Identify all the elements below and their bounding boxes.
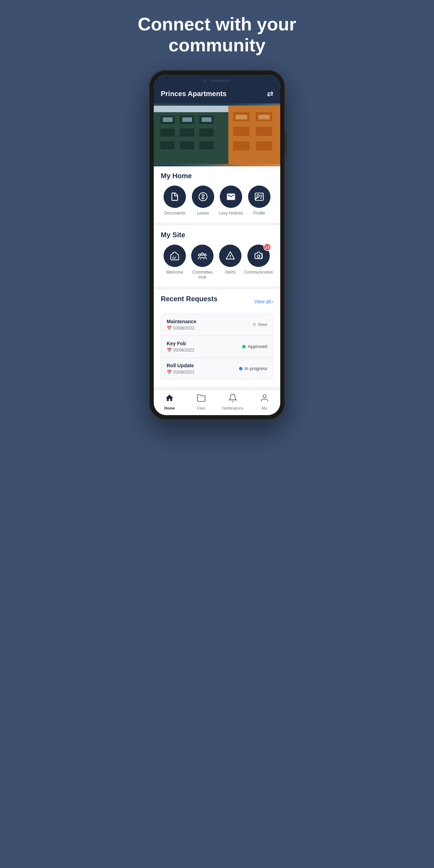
levies-item[interactable]: Levies [189, 186, 217, 216]
communication-badge: 13 [263, 243, 271, 251]
request-info-keyfob: Key Fob 📅 03/08/2022 [167, 341, 194, 353]
my-home-section: My Home Documents Levies [154, 166, 280, 223]
levies-label: Levies [197, 211, 209, 216]
request-date-keyfob: 📅 03/08/2022 [167, 348, 194, 353]
svg-point-30 [175, 256, 176, 256]
profile-icon-circle [248, 186, 270, 208]
me-icon [260, 393, 269, 405]
svg-point-35 [230, 257, 231, 258]
svg-rect-5 [160, 128, 175, 136]
levy-notices-icon-circle [220, 186, 242, 208]
recent-requests-section: Recent Requests View all › Maintenance 📅… [154, 289, 280, 387]
request-status-keyfob: Approved [242, 344, 267, 349]
svg-point-31 [201, 253, 204, 255]
nav-notifications[interactable]: Notifications [217, 393, 249, 410]
communication-icon-circle: 13 [247, 245, 270, 267]
welcome-icon-circle [164, 245, 186, 267]
svg-rect-7 [199, 128, 214, 136]
welcome-label: Welcome [166, 270, 183, 275]
recent-requests-header: Recent Requests View all › [161, 295, 273, 309]
svg-rect-18 [256, 126, 272, 136]
levy-notices-label: Levy Notices [219, 211, 243, 216]
committee-hub-label: Committee Hub [189, 270, 217, 280]
home-icon [165, 393, 174, 405]
building-image [154, 103, 280, 166]
profile-label: Profile [253, 211, 265, 216]
svg-point-29 [173, 256, 174, 256]
nav-files[interactable]: Files [186, 393, 217, 410]
svg-rect-20 [256, 141, 272, 150]
svg-point-32 [198, 254, 201, 256]
nav-home[interactable]: Home [154, 393, 186, 410]
documents-icon-circle [164, 186, 186, 208]
profile-item[interactable]: Profile [245, 186, 274, 216]
request-status-rollupdate: In progress [239, 366, 267, 371]
request-date-maintenance: 📅 03/08/2022 [167, 326, 196, 331]
svg-rect-17 [233, 126, 249, 136]
status-dot-inprogress [239, 367, 243, 370]
request-date-rollupdate: 📅 03/08/2022 [167, 370, 194, 375]
documents-label: Documents [164, 211, 186, 216]
svg-rect-9 [180, 141, 194, 149]
svg-rect-13 [202, 117, 211, 122]
bottom-nav: Home Files Notifications Me [154, 390, 280, 415]
svg-point-33 [204, 254, 207, 256]
svg-rect-10 [199, 141, 214, 149]
status-dot-approved [242, 345, 246, 348]
phone-notch [154, 75, 280, 85]
request-title-keyfob: Key Fob [167, 341, 194, 346]
communication-item[interactable]: 13 Communication [244, 245, 273, 275]
request-title-maintenance: Maintenance [167, 319, 196, 324]
request-item-rollupdate[interactable]: Roll Update 📅 03/08/2022 In progress [161, 358, 273, 379]
my-site-section: My Site Welcome Committee Hub [154, 225, 280, 287]
notifications-icon [228, 393, 237, 405]
svg-rect-22 [258, 115, 270, 119]
request-info-maintenance: Maintenance 📅 03/08/2022 [167, 319, 196, 331]
camera-dot [203, 79, 207, 82]
documents-item[interactable]: Documents [161, 186, 189, 216]
files-icon [197, 393, 206, 405]
request-item-maintenance[interactable]: Maintenance 📅 03/08/2022 New [161, 314, 273, 336]
alerts-item[interactable]: Alerts [216, 245, 244, 275]
svg-point-28 [257, 195, 259, 197]
request-item-keyfob[interactable]: Key Fob 📅 03/08/2022 Approved [161, 336, 273, 358]
my-home-title: My Home [161, 172, 273, 180]
svg-rect-19 [233, 141, 249, 150]
hero-title: Connect with your community [116, 14, 318, 56]
request-status-maintenance: New [253, 322, 267, 327]
nav-home-label: Home [164, 406, 175, 410]
requests-list: Maintenance 📅 03/08/2022 New Key Fob [161, 313, 273, 380]
switch-icon[interactable]: ⇄ [267, 89, 273, 99]
welcome-item[interactable]: Welcome [161, 245, 189, 275]
my-site-title: My Site [161, 231, 273, 239]
svg-rect-8 [160, 141, 175, 149]
request-title-rollupdate: Roll Update [167, 363, 194, 368]
alerts-icon-circle [219, 245, 241, 267]
view-all-button[interactable]: View all › [254, 299, 273, 304]
nav-me-label: Me [262, 406, 267, 410]
app-header-title: Princes Apartments [161, 90, 226, 98]
svg-rect-12 [182, 117, 192, 122]
alerts-label: Alerts [225, 270, 236, 275]
nav-files-label: Files [197, 406, 205, 410]
svg-point-36 [263, 395, 266, 398]
nav-me[interactable]: Me [249, 393, 281, 410]
phone-frame: Princes Apartments ⇄ [149, 70, 285, 420]
svg-rect-11 [163, 117, 173, 122]
status-dot-new [253, 323, 256, 326]
levies-icon-circle [192, 186, 214, 208]
my-home-icon-grid: Documents Levies Levy Notices [161, 186, 273, 216]
speaker-bar [210, 80, 231, 82]
app-header: Princes Apartments ⇄ [154, 85, 280, 103]
request-info-rollupdate: Roll Update 📅 03/08/2022 [167, 363, 194, 375]
committee-hub-icon-circle [191, 245, 214, 267]
svg-rect-21 [236, 115, 247, 119]
communication-label: Communication [244, 270, 273, 275]
nav-notifications-label: Notifications [222, 406, 243, 410]
phone-inner: Princes Apartments ⇄ [154, 75, 280, 415]
committee-hub-item[interactable]: Committee Hub [189, 245, 217, 280]
levy-notices-item[interactable]: Levy Notices [217, 186, 245, 216]
my-site-icon-grid: Welcome Committee Hub Alerts [161, 245, 273, 280]
recent-requests-title: Recent Requests [161, 295, 217, 303]
svg-rect-6 [180, 128, 194, 136]
